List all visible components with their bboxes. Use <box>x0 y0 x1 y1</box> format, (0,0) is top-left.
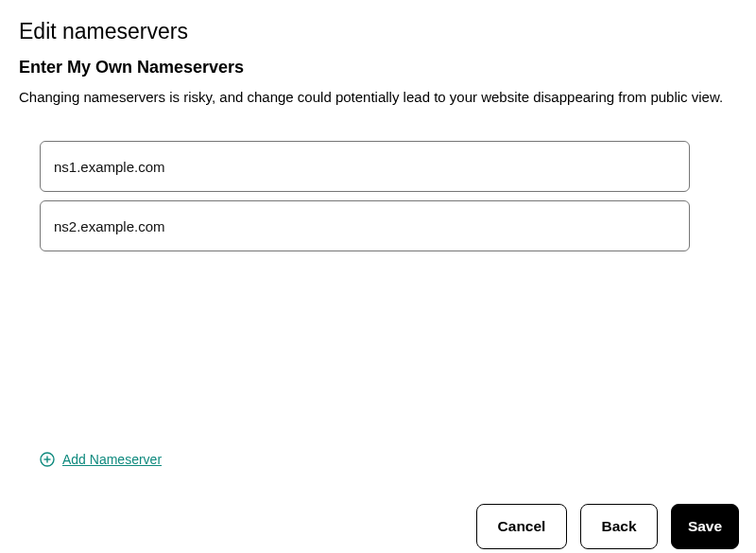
save-button[interactable]: Save <box>671 504 739 549</box>
add-nameserver-link[interactable]: Add Nameserver <box>40 452 162 467</box>
action-button-bar: Cancel Back Save <box>476 504 739 549</box>
cancel-button[interactable]: Cancel <box>476 504 567 549</box>
section-subtitle: Enter My Own Nameservers <box>19 58 737 78</box>
page-title: Edit nameservers <box>19 19 737 44</box>
back-button[interactable]: Back <box>580 504 658 549</box>
add-nameserver-label: Add Nameserver <box>62 452 162 467</box>
plus-circle-icon <box>40 452 55 467</box>
nameserver-input-2[interactable] <box>40 200 690 251</box>
warning-text: Changing nameservers is risky, and chang… <box>19 87 737 107</box>
nameserver-inputs <box>19 141 737 251</box>
nameserver-input-1[interactable] <box>40 141 690 192</box>
